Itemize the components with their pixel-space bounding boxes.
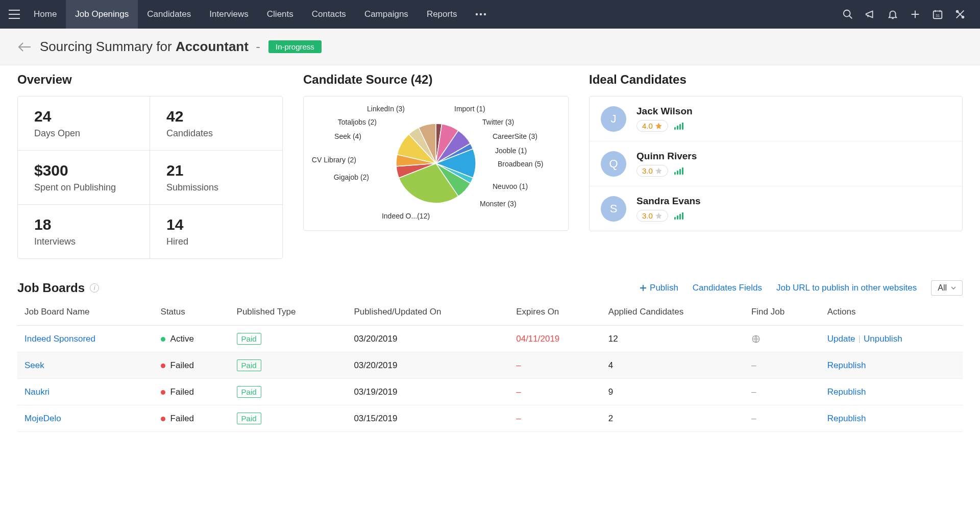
- nav-item-interviews[interactable]: Interviews: [200, 0, 258, 29]
- board-name-link[interactable]: MojeDelo: [24, 414, 61, 423]
- table-header-cell: Applied Candidates: [601, 299, 744, 326]
- nav-item-job-openings[interactable]: Job Openings: [66, 0, 138, 29]
- nav-item-contacts[interactable]: Contacts: [303, 0, 355, 29]
- overview-label: Days Open: [34, 128, 133, 139]
- announce-icon[interactable]: [864, 8, 877, 21]
- table-header-cell: Actions: [820, 299, 963, 326]
- nav-item-reports[interactable]: Reports: [418, 0, 467, 29]
- source-heading: Candidate Source (42): [303, 73, 569, 87]
- info-icon[interactable]: i: [90, 283, 99, 293]
- tools-icon[interactable]: [953, 8, 967, 21]
- avatar: J: [601, 106, 626, 132]
- candidate-name: Jack Wilson: [636, 106, 693, 117]
- pie-slice-label: LinkedIn (3): [367, 105, 405, 113]
- chevron-down-icon: [951, 286, 956, 289]
- overview-cell: 42 Candidates: [150, 96, 282, 151]
- pie-chart-card: Import (1)Twitter (3)CareerSite (3)Joobl…: [303, 96, 569, 231]
- candidates-fields-link[interactable]: Candidates Fields: [693, 283, 762, 293]
- nav-item-home[interactable]: Home: [24, 0, 66, 29]
- filter-dropdown[interactable]: All: [931, 280, 963, 296]
- pie-slice-label: Import (1): [454, 105, 485, 113]
- page-title: Sourcing Summary for Accountant -: [40, 39, 260, 55]
- pie-slice-label: Seek (4): [334, 132, 361, 140]
- svg-point-2: [484, 13, 486, 15]
- published-type-tag: Paid: [237, 359, 261, 371]
- candidate-name: Quinn Rivers: [636, 151, 697, 162]
- page-title-prefix: Sourcing Summary for: [40, 39, 176, 54]
- rating-pill: 3.0: [636, 210, 668, 222]
- job-url-link[interactable]: Job URL to publish in other websites: [776, 283, 917, 293]
- status-cell: Active: [154, 326, 230, 352]
- signal-bars-icon: [674, 212, 683, 220]
- status-cell: Failed: [154, 352, 230, 379]
- ideal-candidate-row[interactable]: S Sandra Evans 3.0: [590, 186, 962, 231]
- star-icon: [655, 122, 663, 130]
- svg-point-1: [480, 13, 482, 15]
- ideal-candidate-row[interactable]: Q Quinn Rivers 3.0: [590, 141, 962, 186]
- overview-cell: $300 Spent on Publishing: [18, 151, 150, 205]
- published-date: 03/19/2019: [347, 379, 509, 405]
- back-arrow-icon[interactable]: [17, 40, 32, 54]
- published-date: 03/20/2019: [347, 352, 509, 379]
- pie-slice-label: Broadbean (5): [498, 160, 544, 168]
- pie-slice-label: CareerSite (3): [493, 132, 537, 140]
- board-name-link[interactable]: Naukri: [24, 387, 50, 397]
- status-cell: Failed: [154, 405, 230, 432]
- nav-item-candidates[interactable]: Candidates: [138, 0, 200, 29]
- expires-date: –: [509, 379, 601, 405]
- action-unpublish[interactable]: Unpublish: [864, 334, 902, 344]
- calendar-icon[interactable]: 31: [931, 8, 944, 21]
- pie-chart: [396, 124, 476, 203]
- jobboards-heading: Job Boards: [17, 281, 85, 295]
- publish-button[interactable]: Publish: [640, 283, 678, 293]
- status-cell: Failed: [154, 379, 230, 405]
- svg-text:31: 31: [936, 13, 940, 18]
- find-job-cell: –: [744, 352, 820, 379]
- applied-count: 9: [601, 379, 744, 405]
- pie-slice-label: Monster (3): [480, 200, 517, 208]
- applied-count: 2: [601, 405, 744, 432]
- overview-cell: 14 Hired: [150, 205, 282, 258]
- plus-icon[interactable]: [909, 8, 922, 21]
- status-badge: In-progress: [268, 40, 322, 53]
- expires-date: –: [509, 352, 601, 379]
- search-icon[interactable]: [841, 8, 854, 21]
- overview-value: $300: [34, 162, 133, 179]
- table-header-cell: Find Job: [744, 299, 820, 326]
- published-date: 03/15/2019: [347, 405, 509, 432]
- table-header-cell: Published/Updated On: [347, 299, 509, 326]
- globe-icon[interactable]: [751, 334, 761, 344]
- jobboards-table: Job Board NameStatusPublished TypePublis…: [17, 299, 963, 432]
- table-row: Indeed Sponsored Active Paid 03/20/2019 …: [17, 326, 963, 352]
- published-date: 03/20/2019: [347, 326, 509, 352]
- pie-slice-label: Jooble (1): [495, 147, 527, 155]
- svg-point-3: [844, 10, 850, 17]
- overview-cell: 18 Interviews: [18, 205, 150, 258]
- pie-slice-label: Totaljobs (2): [338, 118, 377, 126]
- avatar: Q: [601, 151, 626, 177]
- find-job-cell: [744, 326, 820, 352]
- ideal-heading: Ideal Candidates: [589, 73, 963, 87]
- ideal-candidate-row[interactable]: J Jack Wilson 4.0: [590, 96, 962, 141]
- filter-value: All: [938, 283, 947, 293]
- nav-item-campaigns[interactable]: Campaigns: [355, 0, 418, 29]
- nav-more[interactable]: [466, 13, 496, 16]
- ideal-candidates-card: J Jack Wilson 4.0 Q Quinn Rivers 3.0: [589, 96, 963, 231]
- top-nav: HomeJob OpeningsCandidatesInterviewsClie…: [0, 0, 980, 29]
- board-name-link[interactable]: Seek: [24, 360, 44, 370]
- action-republish[interactable]: Republish: [827, 414, 866, 423]
- board-name-link[interactable]: Indeed Sponsored: [24, 334, 95, 344]
- overview-label: Submissions: [166, 182, 266, 193]
- menu-icon[interactable]: [4, 4, 24, 25]
- table-row: MojeDelo Failed Paid 03/15/2019 – 2 – Re…: [17, 405, 963, 432]
- overview-label: Interviews: [34, 236, 133, 247]
- overview-value: 14: [166, 216, 266, 233]
- action-republish[interactable]: Republish: [827, 387, 866, 397]
- star-icon: [655, 212, 663, 220]
- action-update[interactable]: Update: [827, 334, 855, 344]
- table-header-cell: Expires On: [509, 299, 601, 326]
- signal-bars-icon: [674, 167, 683, 175]
- bell-icon[interactable]: [886, 8, 899, 21]
- action-republish[interactable]: Republish: [827, 360, 866, 370]
- nav-item-clients[interactable]: Clients: [258, 0, 303, 29]
